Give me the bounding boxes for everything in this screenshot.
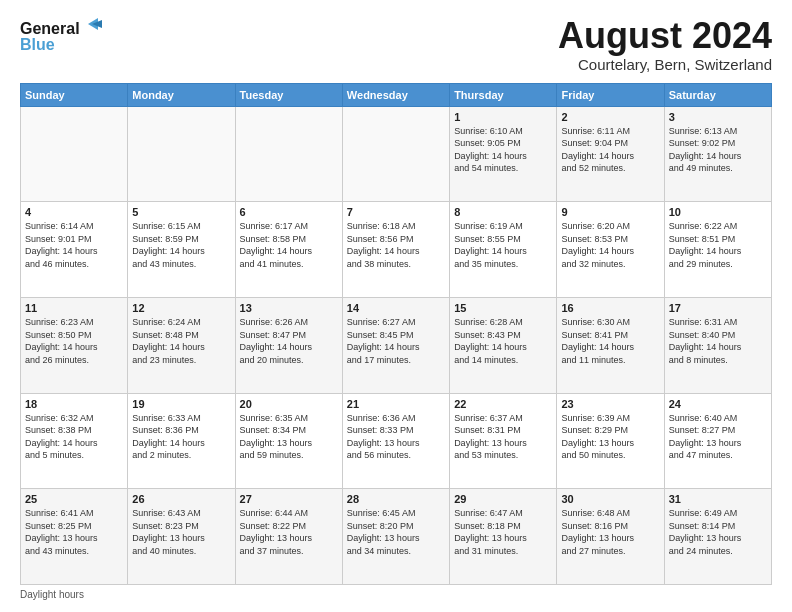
logo-icon: General Blue [20, 16, 110, 56]
calendar-cell [235, 106, 342, 202]
day-number: 26 [132, 493, 230, 505]
day-info: Sunrise: 6:41 AM Sunset: 8:25 PM Dayligh… [25, 507, 123, 557]
calendar-cell: 30Sunrise: 6:48 AM Sunset: 8:16 PM Dayli… [557, 489, 664, 585]
calendar-week-4: 25Sunrise: 6:41 AM Sunset: 8:25 PM Dayli… [21, 489, 772, 585]
calendar-header-monday: Monday [128, 83, 235, 106]
day-info: Sunrise: 6:36 AM Sunset: 8:33 PM Dayligh… [347, 412, 445, 462]
day-info: Sunrise: 6:14 AM Sunset: 9:01 PM Dayligh… [25, 220, 123, 270]
calendar-cell: 9Sunrise: 6:20 AM Sunset: 8:53 PM Daylig… [557, 202, 664, 298]
calendar-cell: 2Sunrise: 6:11 AM Sunset: 9:04 PM Daylig… [557, 106, 664, 202]
day-info: Sunrise: 6:49 AM Sunset: 8:14 PM Dayligh… [669, 507, 767, 557]
day-number: 4 [25, 206, 123, 218]
calendar-cell: 7Sunrise: 6:18 AM Sunset: 8:56 PM Daylig… [342, 202, 449, 298]
day-info: Sunrise: 6:20 AM Sunset: 8:53 PM Dayligh… [561, 220, 659, 270]
day-number: 3 [669, 111, 767, 123]
calendar-cell: 27Sunrise: 6:44 AM Sunset: 8:22 PM Dayli… [235, 489, 342, 585]
calendar-cell: 31Sunrise: 6:49 AM Sunset: 8:14 PM Dayli… [664, 489, 771, 585]
day-info: Sunrise: 6:10 AM Sunset: 9:05 PM Dayligh… [454, 125, 552, 175]
day-number: 14 [347, 302, 445, 314]
calendar-cell: 4Sunrise: 6:14 AM Sunset: 9:01 PM Daylig… [21, 202, 128, 298]
calendar-cell: 19Sunrise: 6:33 AM Sunset: 8:36 PM Dayli… [128, 393, 235, 489]
day-number: 16 [561, 302, 659, 314]
day-info: Sunrise: 6:47 AM Sunset: 8:18 PM Dayligh… [454, 507, 552, 557]
day-number: 6 [240, 206, 338, 218]
day-number: 8 [454, 206, 552, 218]
day-info: Sunrise: 6:32 AM Sunset: 8:38 PM Dayligh… [25, 412, 123, 462]
day-number: 18 [25, 398, 123, 410]
day-info: Sunrise: 6:43 AM Sunset: 8:23 PM Dayligh… [132, 507, 230, 557]
day-number: 20 [240, 398, 338, 410]
main-title: August 2024 [558, 16, 772, 56]
day-number: 9 [561, 206, 659, 218]
day-info: Sunrise: 6:44 AM Sunset: 8:22 PM Dayligh… [240, 507, 338, 557]
day-number: 2 [561, 111, 659, 123]
day-info: Sunrise: 6:23 AM Sunset: 8:50 PM Dayligh… [25, 316, 123, 366]
day-info: Sunrise: 6:48 AM Sunset: 8:16 PM Dayligh… [561, 507, 659, 557]
title-block: August 2024 Courtelary, Bern, Switzerlan… [558, 16, 772, 73]
day-info: Sunrise: 6:24 AM Sunset: 8:48 PM Dayligh… [132, 316, 230, 366]
day-info: Sunrise: 6:19 AM Sunset: 8:55 PM Dayligh… [454, 220, 552, 270]
calendar-cell [21, 106, 128, 202]
day-info: Sunrise: 6:28 AM Sunset: 8:43 PM Dayligh… [454, 316, 552, 366]
calendar-cell: 26Sunrise: 6:43 AM Sunset: 8:23 PM Dayli… [128, 489, 235, 585]
subtitle: Courtelary, Bern, Switzerland [558, 56, 772, 73]
calendar-cell: 10Sunrise: 6:22 AM Sunset: 8:51 PM Dayli… [664, 202, 771, 298]
calendar-cell: 5Sunrise: 6:15 AM Sunset: 8:59 PM Daylig… [128, 202, 235, 298]
calendar-cell: 6Sunrise: 6:17 AM Sunset: 8:58 PM Daylig… [235, 202, 342, 298]
calendar-header-tuesday: Tuesday [235, 83, 342, 106]
calendar: SundayMondayTuesdayWednesdayThursdayFrid… [20, 83, 772, 585]
day-number: 29 [454, 493, 552, 505]
day-number: 31 [669, 493, 767, 505]
day-number: 1 [454, 111, 552, 123]
day-number: 11 [25, 302, 123, 314]
calendar-header-row: SundayMondayTuesdayWednesdayThursdayFrid… [21, 83, 772, 106]
day-number: 5 [132, 206, 230, 218]
day-info: Sunrise: 6:27 AM Sunset: 8:45 PM Dayligh… [347, 316, 445, 366]
page: General Blue August 2024 Courtelary, Ber… [0, 0, 792, 612]
calendar-cell: 23Sunrise: 6:39 AM Sunset: 8:29 PM Dayli… [557, 393, 664, 489]
calendar-week-1: 4Sunrise: 6:14 AM Sunset: 9:01 PM Daylig… [21, 202, 772, 298]
calendar-cell: 14Sunrise: 6:27 AM Sunset: 8:45 PM Dayli… [342, 297, 449, 393]
calendar-cell: 3Sunrise: 6:13 AM Sunset: 9:02 PM Daylig… [664, 106, 771, 202]
day-number: 25 [25, 493, 123, 505]
day-number: 23 [561, 398, 659, 410]
day-info: Sunrise: 6:26 AM Sunset: 8:47 PM Dayligh… [240, 316, 338, 366]
calendar-cell: 16Sunrise: 6:30 AM Sunset: 8:41 PM Dayli… [557, 297, 664, 393]
calendar-week-2: 11Sunrise: 6:23 AM Sunset: 8:50 PM Dayli… [21, 297, 772, 393]
footer-note: Daylight hours [20, 589, 772, 600]
day-info: Sunrise: 6:45 AM Sunset: 8:20 PM Dayligh… [347, 507, 445, 557]
logo: General Blue [20, 16, 110, 56]
day-info: Sunrise: 6:35 AM Sunset: 8:34 PM Dayligh… [240, 412, 338, 462]
calendar-cell: 13Sunrise: 6:26 AM Sunset: 8:47 PM Dayli… [235, 297, 342, 393]
day-info: Sunrise: 6:31 AM Sunset: 8:40 PM Dayligh… [669, 316, 767, 366]
day-number: 15 [454, 302, 552, 314]
day-info: Sunrise: 6:37 AM Sunset: 8:31 PM Dayligh… [454, 412, 552, 462]
day-number: 13 [240, 302, 338, 314]
header: General Blue August 2024 Courtelary, Ber… [20, 16, 772, 73]
day-number: 12 [132, 302, 230, 314]
day-info: Sunrise: 6:11 AM Sunset: 9:04 PM Dayligh… [561, 125, 659, 175]
calendar-cell: 28Sunrise: 6:45 AM Sunset: 8:20 PM Dayli… [342, 489, 449, 585]
day-number: 22 [454, 398, 552, 410]
calendar-header-friday: Friday [557, 83, 664, 106]
calendar-cell: 18Sunrise: 6:32 AM Sunset: 8:38 PM Dayli… [21, 393, 128, 489]
calendar-cell: 22Sunrise: 6:37 AM Sunset: 8:31 PM Dayli… [450, 393, 557, 489]
day-number: 24 [669, 398, 767, 410]
day-info: Sunrise: 6:18 AM Sunset: 8:56 PM Dayligh… [347, 220, 445, 270]
day-number: 27 [240, 493, 338, 505]
day-info: Sunrise: 6:17 AM Sunset: 8:58 PM Dayligh… [240, 220, 338, 270]
svg-text:Blue: Blue [20, 36, 55, 53]
day-info: Sunrise: 6:40 AM Sunset: 8:27 PM Dayligh… [669, 412, 767, 462]
calendar-header-sunday: Sunday [21, 83, 128, 106]
calendar-cell: 17Sunrise: 6:31 AM Sunset: 8:40 PM Dayli… [664, 297, 771, 393]
calendar-cell: 1Sunrise: 6:10 AM Sunset: 9:05 PM Daylig… [450, 106, 557, 202]
calendar-cell [128, 106, 235, 202]
calendar-header-wednesday: Wednesday [342, 83, 449, 106]
calendar-header-thursday: Thursday [450, 83, 557, 106]
day-number: 19 [132, 398, 230, 410]
calendar-header-saturday: Saturday [664, 83, 771, 106]
day-info: Sunrise: 6:13 AM Sunset: 9:02 PM Dayligh… [669, 125, 767, 175]
day-number: 17 [669, 302, 767, 314]
calendar-cell: 8Sunrise: 6:19 AM Sunset: 8:55 PM Daylig… [450, 202, 557, 298]
calendar-cell [342, 106, 449, 202]
